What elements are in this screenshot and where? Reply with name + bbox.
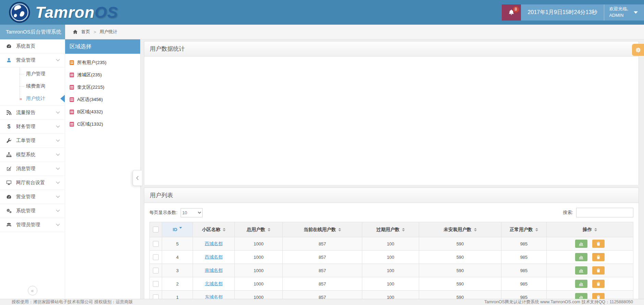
view-chart-button[interactable]: [575, 253, 587, 261]
sidebar-item-system-home[interactable]: 系统首页: [0, 39, 65, 53]
view-chart-button[interactable]: [575, 266, 587, 275]
user-menu[interactable]: 欢迎光临, ADMIN: [604, 4, 644, 21]
region-panel-title: 区域选择: [65, 39, 140, 54]
sidebar-item-business-2[interactable]: 营业管理: [0, 190, 65, 204]
row-checkbox[interactable]: [153, 281, 159, 287]
sidebar-item-portal-settings[interactable]: 网厅前台设置: [0, 176, 65, 190]
delete-button[interactable]: [592, 240, 605, 248]
user-icon: [6, 58, 12, 63]
row-checkbox[interactable]: [153, 254, 159, 260]
community-link[interactable]: 西城名都: [205, 254, 223, 259]
logo-text: TamronOS: [35, 3, 118, 22]
gear-icon: [635, 47, 642, 53]
sidebar-submenu-business: 用户管理 续费查询 » 用户统计: [0, 67, 65, 106]
sub-header: TamronOS后台管理系统 首页 > 用户统计: [0, 25, 644, 39]
page-size-select[interactable]: 10: [181, 208, 203, 217]
region-panel: 区域选择 所有用户(235) 潍城区(235) 奎文区(2215) A区语(34…: [65, 39, 141, 299]
list-icon: [70, 60, 74, 65]
sidebar-item-work-order[interactable]: 工单管理: [0, 134, 65, 148]
view-chart-button[interactable]: [575, 293, 587, 299]
sort-icon: [223, 228, 226, 231]
chevron-down-icon: [56, 195, 60, 198]
delete-button[interactable]: [592, 266, 605, 275]
desktop-icon: [6, 180, 12, 186]
sidebar-subitem-user-stats[interactable]: » 用户统计: [0, 92, 65, 105]
list-icon: [70, 85, 74, 90]
region-collapse-button[interactable]: [133, 170, 142, 186]
user-list-panel: 用户列表 每页显示条数: 10 搜索:: [144, 188, 639, 299]
settings-tab-button[interactable]: [632, 44, 644, 56]
list-panel-title: 用户列表: [144, 188, 639, 203]
dashboard-icon: [6, 194, 12, 200]
breadcrumb: 首页 > 用户统计: [65, 25, 644, 39]
chevron-down-icon: [56, 59, 60, 62]
table-row: 5 西城名都 1000 857 100 590 985: [150, 237, 633, 251]
column-header-expired[interactable]: 过期用户数: [362, 222, 419, 237]
sidebar-item-business[interactable]: 营业管理: [0, 53, 65, 67]
sidebar-item-model-system[interactable]: 模型系统: [0, 148, 65, 162]
delete-button[interactable]: [592, 253, 605, 261]
notifications-button[interactable]: 8: [502, 4, 521, 21]
community-link[interactable]: 西城名都: [205, 241, 223, 246]
search-input[interactable]: [576, 208, 633, 217]
breadcrumb-separator: >: [94, 29, 96, 35]
delete-button[interactable]: [592, 280, 605, 288]
chevron-down-icon: [56, 153, 60, 156]
column-header-normal[interactable]: 正常用户数: [501, 222, 547, 237]
view-chart-button[interactable]: [575, 240, 587, 248]
region-item-weicheng[interactable]: 潍城区(235): [65, 69, 140, 81]
column-header-name[interactable]: 小区名称: [193, 222, 235, 237]
region-item-area-a[interactable]: A区语(3456): [65, 93, 140, 106]
sidebar-item-messages[interactable]: 消息管理: [0, 162, 65, 176]
sidebar-subitem-renewal-query[interactable]: 续费查询: [0, 80, 65, 92]
column-header-uninstalled[interactable]: 未安装用户数: [419, 222, 501, 237]
sort-icon: [535, 228, 538, 231]
top-header: TamronOS 8 2017年1月9日15时24分13秒 欢迎光临, ADMI…: [0, 0, 644, 25]
sidebar-item-finance[interactable]: $ 财务管理: [0, 120, 65, 134]
region-item-kuiwen[interactable]: 奎文区(2215): [65, 81, 140, 93]
list-icon: [70, 122, 74, 127]
delete-button[interactable]: [592, 293, 605, 299]
row-checkbox[interactable]: [153, 294, 159, 299]
select-all-cell: [150, 222, 162, 237]
datetime-display: 2017年1月9日15时24分13秒: [521, 4, 604, 21]
footer-copyright: TamronOS腾龙认证计费系统 www.TamronOS.com 技术支持QQ…: [484, 299, 633, 305]
region-item-all-users[interactable]: 所有用户(235): [65, 56, 140, 69]
column-header-online[interactable]: 当前在线用户数: [283, 222, 362, 237]
chevron-down-icon: [56, 181, 60, 184]
sort-icon: [268, 228, 270, 231]
main-content: 用户数据统计 用户列表 每页显示条数: 10 搜索:: [141, 39, 644, 299]
community-link[interactable]: 东城名都: [205, 294, 223, 299]
view-chart-button[interactable]: [575, 280, 587, 288]
sidebar-collapse-button[interactable]: «: [28, 286, 37, 295]
sort-icon: [402, 228, 405, 231]
sort-icon: [474, 228, 477, 231]
sidebar-subitem-user-management[interactable]: 用户管理: [0, 68, 65, 80]
wrench-icon: [6, 138, 12, 144]
column-header-actions[interactable]: 操作: [547, 222, 633, 237]
column-header-id[interactable]: ID: [162, 222, 193, 237]
list-icon: [70, 110, 74, 114]
sidebar-item-system-management[interactable]: 系统管理: [0, 204, 65, 218]
dashboard-icon: [6, 43, 12, 49]
sidebar-item-admin-management[interactable]: 管理员管理: [0, 218, 65, 232]
community-link[interactable]: 北城名都: [205, 281, 223, 286]
region-item-area-b[interactable]: B区域(4332): [65, 106, 140, 118]
table-row: 2 北城名都 1000 857 100 590 985: [150, 277, 633, 291]
chevron-down-icon: [56, 125, 60, 128]
select-all-checkbox[interactable]: [153, 227, 159, 232]
row-checkbox[interactable]: [153, 241, 159, 247]
tamronos-app: TamronOS 8 2017年1月9日15时24分13秒 欢迎光临, ADMI…: [0, 0, 644, 305]
community-link[interactable]: 南城名都: [205, 268, 223, 273]
welcome-text: 欢迎光临,: [609, 6, 628, 12]
row-checkbox[interactable]: [153, 268, 159, 274]
header-right-group: 8 2017年1月9日15时24分13秒 欢迎光临, ADMIN: [502, 0, 644, 25]
chevron-down-icon: [634, 11, 638, 14]
trash-icon: [596, 281, 601, 286]
region-item-area-c[interactable]: C区域(1332): [65, 118, 140, 130]
breadcrumb-home[interactable]: 首页: [81, 29, 90, 35]
chevron-down-icon: [56, 111, 60, 114]
column-header-total[interactable]: 总用户数: [235, 222, 283, 237]
bar-chart-icon: [579, 281, 584, 286]
sidebar-item-traffic-report[interactable]: 流量报告: [0, 106, 65, 120]
